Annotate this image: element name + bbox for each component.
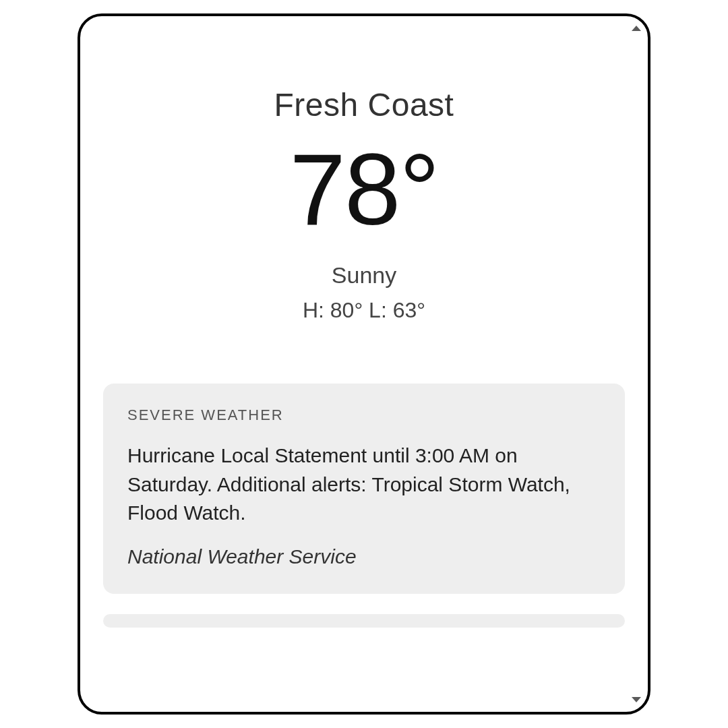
condition-label: Sunny [103, 262, 625, 289]
current-temperature: 78° [103, 129, 625, 250]
weather-scroll-area[interactable]: Fresh Coast 78° Sunny H: 80° L: 63° SEVE… [80, 16, 648, 712]
weather-widget-frame: Fresh Coast 78° Sunny H: 80° L: 63° SEVE… [78, 13, 650, 715]
alert-body: Hurricane Local Statement until 3:00 AM … [127, 442, 601, 528]
scroll-spacer [103, 648, 625, 712]
current-conditions: Fresh Coast 78° Sunny H: 80° L: 63° [103, 57, 625, 384]
next-card-partial[interactable] [103, 614, 625, 628]
location-name: Fresh Coast [103, 86, 625, 123]
high-low-label: H: 80° L: 63° [103, 298, 625, 323]
alert-source: National Weather Service [127, 545, 601, 568]
alert-heading: SEVERE WEATHER [127, 406, 601, 424]
severe-weather-card[interactable]: SEVERE WEATHER Hurricane Local Statement… [103, 384, 625, 594]
